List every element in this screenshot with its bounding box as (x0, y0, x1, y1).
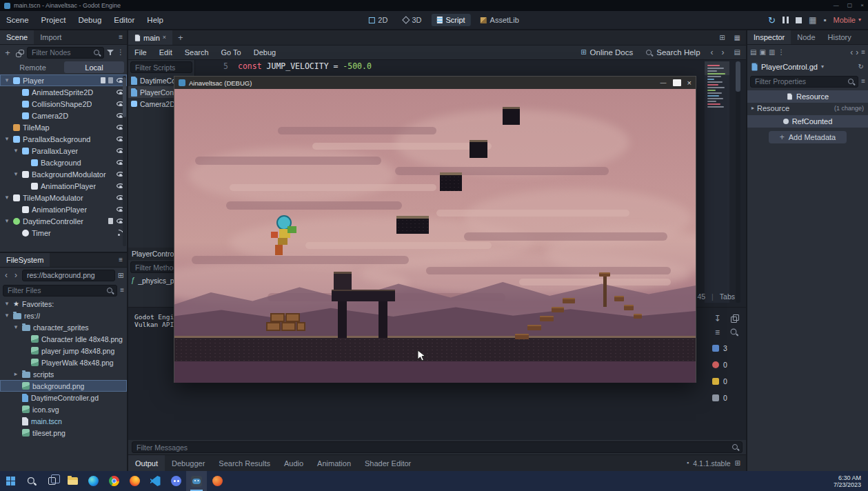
script-menu-file[interactable]: File (128, 46, 153, 59)
start-button[interactable] (0, 471, 21, 491)
fs-res-root[interactable]: res:// (0, 310, 127, 321)
replay-scene-button[interactable] (768, 16, 776, 25)
fs-file-icon-svg[interactable]: icon.svg (0, 403, 127, 415)
fs-file-daytimecontroller-gd[interactable]: DaytimeController.gd (0, 392, 127, 403)
collapse-icon[interactable] (3, 194, 10, 201)
scene-node-player[interactable]: Player (0, 74, 127, 86)
load-resource-button[interactable] (759, 49, 765, 56)
remote-toggle[interactable]: Remote (3, 61, 63, 73)
line-number[interactable]: 5 (195, 61, 238, 72)
stop-button[interactable] (796, 17, 802, 23)
workspace-2d[interactable]: 2D (363, 14, 393, 26)
scene-node-animatedsprite[interactable]: AnimatedSprite2D (0, 86, 127, 98)
scene-node-tilemapmodulator[interactable]: TileMapModulator (0, 192, 127, 203)
file-explorer-button[interactable] (62, 471, 83, 491)
taskbar-search-button[interactable] (21, 471, 41, 491)
expand-icon[interactable] (751, 106, 754, 111)
distraction-free-icon[interactable] (729, 30, 746, 45)
bottom-tab-animation[interactable]: Animation (310, 455, 358, 471)
tab-filesystem[interactable]: FileSystem (0, 253, 50, 267)
pause-button[interactable] (783, 17, 789, 23)
filter-scripts-input[interactable] (130, 61, 192, 73)
scene-node-parallaxbackground[interactable]: ParallaxBackground (0, 133, 127, 145)
movie-mode-icon[interactable] (823, 16, 826, 24)
filter-button[interactable] (107, 49, 114, 57)
remote-debug-icon[interactable] (809, 16, 816, 24)
scene-node-animationplayer2[interactable]: AnimationPlayer (0, 203, 127, 215)
history-back-button[interactable] (3, 271, 10, 279)
window-minimize-button[interactable] (834, 3, 839, 8)
game-viewport[interactable] (174, 89, 696, 383)
collapse-icon[interactable] (3, 301, 10, 307)
tab-inspector[interactable]: Inspector (747, 30, 791, 44)
clear-output-button[interactable] (712, 313, 723, 323)
tab-history[interactable]: History (822, 30, 858, 44)
focus-file-button[interactable] (118, 272, 124, 279)
code-minimap[interactable] (705, 61, 729, 303)
menu-editor[interactable]: Editor (108, 11, 141, 29)
caret-position[interactable]: 45 (697, 292, 705, 301)
menu-help[interactable]: Help (141, 11, 170, 29)
expand-icon[interactable] (12, 371, 19, 377)
tab-import[interactable]: Import (34, 30, 68, 44)
bottom-tab-audio[interactable]: Audio (277, 455, 310, 471)
window-titlebar[interactable]: main.tscn - Ainaveltsac - Godot Engine (0, 0, 868, 11)
history-forward-button[interactable] (12, 271, 19, 279)
scene-node-backgroundmodulator[interactable]: BackgroundModulator (0, 168, 127, 180)
game-minimize-button[interactable] (660, 80, 667, 86)
app-orange-button[interactable] (207, 471, 228, 491)
fs-folder-scripts[interactable]: scripts (0, 368, 127, 380)
dock-menu-icon[interactable] (114, 30, 127, 44)
game-maximize-button[interactable] (673, 79, 681, 86)
scene-node-tilemap[interactable]: TileMap (0, 121, 127, 133)
bottom-tab-shader-editor[interactable]: Shader Editor (358, 455, 418, 471)
add-node-button[interactable] (3, 48, 12, 57)
fs-file-main-tscn[interactable]: main.tscn (0, 415, 127, 427)
editor-count-filter[interactable]: 0 (712, 392, 727, 403)
fs-folder-character-sprites[interactable]: character_sprites (0, 321, 127, 333)
collapse-duplicates-button[interactable] (712, 327, 723, 337)
bottom-tab-search-results[interactable]: Search Results (212, 455, 277, 471)
scene-tab-main[interactable]: main (128, 30, 172, 45)
godot-taskbar-button[interactable] (186, 471, 207, 491)
filter-messages-input[interactable] (132, 441, 743, 453)
scene-node-daytimecontroller[interactable]: DaytimeController (0, 215, 127, 227)
filter-files-input[interactable] (3, 285, 117, 297)
menu-debug[interactable]: Debug (72, 11, 108, 29)
search-help-button[interactable]: Search Help (639, 46, 706, 59)
firefox-button[interactable] (124, 471, 145, 491)
search-output-icon[interactable] (729, 328, 738, 336)
script-menu-edit[interactable]: Edit (153, 46, 179, 59)
save-resource-button[interactable] (769, 49, 775, 56)
scene-tree-menu-icon[interactable] (117, 49, 124, 56)
fs-file-character-idle[interactable]: Character Idle 48x48.png (0, 333, 127, 345)
local-toggle[interactable]: Local (64, 61, 124, 73)
collapse-icon[interactable] (12, 148, 19, 154)
menu-scene[interactable]: Scene (0, 11, 35, 29)
online-docs-button[interactable]: Online Docs (574, 46, 639, 59)
object-history-icon[interactable] (861, 49, 865, 56)
expand-bottom-panel-icon[interactable] (735, 460, 740, 467)
scene-node-animationplayer[interactable]: AnimationPlayer (0, 180, 127, 192)
vscode-button[interactable] (145, 471, 165, 491)
script-back-button[interactable] (707, 48, 718, 57)
window-maximize-button[interactable] (847, 3, 853, 8)
scene-tree-scrollbar[interactable] (123, 76, 126, 246)
filter-properties-input[interactable] (750, 76, 858, 88)
error-count-filter[interactable]: 0 (712, 359, 727, 370)
expand-all-properties-icon[interactable] (861, 78, 865, 85)
collapse-icon[interactable] (12, 171, 19, 177)
indent-type[interactable]: Tabs (720, 292, 735, 301)
history-forward-button[interactable] (856, 48, 858, 57)
scene-node-timer[interactable]: Timer (0, 227, 127, 239)
fs-favorites[interactable]: Favorites: (0, 298, 127, 310)
add-metadata-button[interactable]: Add Metadata (769, 131, 847, 143)
edited-object-selector[interactable]: PlayerControl.gd (747, 60, 868, 74)
workspace-script[interactable]: Script (431, 14, 470, 26)
scene-node-background[interactable]: Background (0, 157, 127, 168)
expand-editor-icon[interactable] (716, 30, 728, 45)
collapse-icon[interactable] (3, 312, 10, 319)
game-close-button[interactable] (687, 79, 692, 87)
workspace-assetlib[interactable]: AssetLib (475, 14, 525, 26)
sort-files-button[interactable] (120, 287, 124, 294)
